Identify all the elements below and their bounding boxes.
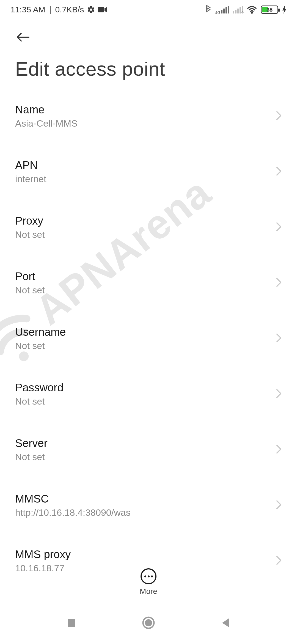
nav-home-button[interactable] <box>138 612 160 634</box>
setting-label: Port <box>15 270 268 283</box>
setting-row-server[interactable]: ServerNot set <box>15 422 282 477</box>
svg-point-1 <box>251 12 253 13</box>
camera-icon <box>98 6 107 13</box>
chevron-right-icon <box>276 111 282 122</box>
setting-label: MMS proxy <box>15 548 268 561</box>
setting-value: Not set <box>15 452 268 462</box>
page-title: Edit access point <box>15 58 282 80</box>
chevron-right-icon <box>276 222 282 233</box>
chevron-right-icon <box>276 277 282 288</box>
wifi-status-icon <box>247 6 257 14</box>
chevron-right-icon <box>276 555 282 566</box>
gear-icon <box>87 6 95 14</box>
setting-row-mms-proxy[interactable]: MMS proxy10.16.18.77 <box>15 533 282 575</box>
chevron-right-icon <box>276 444 282 455</box>
setting-row-name[interactable]: NameAsia-Cell-MMS <box>15 88 282 144</box>
setting-row-port[interactable]: PortNot set <box>15 255 282 311</box>
setting-label: Username <box>15 326 268 338</box>
setting-value: Not set <box>15 229 268 240</box>
setting-label: Password <box>15 381 268 394</box>
setting-row-username[interactable]: UsernameNot set <box>15 311 282 366</box>
nav-recent-button[interactable] <box>61 612 82 634</box>
nav-back-button[interactable] <box>215 612 237 634</box>
chevron-right-icon <box>276 500 282 511</box>
setting-label: Server <box>15 437 268 449</box>
setting-value: Asia-Cell-MMS <box>15 118 268 129</box>
setting-value: http://10.16.18.4:38090/was <box>15 507 268 518</box>
setting-value: Not set <box>15 396 268 407</box>
status-time: 11:35 AM <box>10 5 45 14</box>
status-bar: 11:35 AM | 0.7KB/s 4G ✕ 38 <box>0 0 297 19</box>
setting-row-mmsc[interactable]: MMSChttp://10.16.18.4:38090/was <box>15 477 282 533</box>
svg-point-4 <box>145 619 152 626</box>
settings-list: NameAsia-Cell-MMSAPNinternetProxyNot set… <box>0 88 297 575</box>
setting-label: MMSC <box>15 493 268 505</box>
more-label: More <box>140 587 157 596</box>
setting-row-apn[interactable]: APNinternet <box>15 144 282 200</box>
charging-bolt-icon <box>282 6 287 14</box>
svg-rect-2 <box>68 619 75 627</box>
status-data-rate: 0.7KB/s <box>55 5 84 14</box>
bluetooth-icon <box>205 5 211 14</box>
setting-row-proxy[interactable]: ProxyNot set <box>15 200 282 255</box>
setting-row-password[interactable]: PasswordNot set <box>15 366 282 422</box>
setting-value: internet <box>15 174 268 184</box>
signal-bars-sim2-icon: ✕ <box>233 6 243 13</box>
setting-label: Proxy <box>15 215 268 227</box>
chevron-right-icon <box>276 389 282 400</box>
status-separator: | <box>49 5 51 14</box>
battery-icon: 38 <box>261 6 278 14</box>
setting-value: 10.16.18.77 <box>15 563 268 574</box>
signal-bars-sim1-icon <box>219 6 229 13</box>
setting-label: APN <box>15 159 268 171</box>
setting-label: Name <box>15 103 268 116</box>
chevron-right-icon <box>276 333 282 344</box>
setting-value: Not set <box>15 340 268 351</box>
setting-value: Not set <box>15 285 268 296</box>
battery-percent: 38 <box>262 7 277 13</box>
chevron-right-icon <box>276 166 282 177</box>
svg-rect-0 <box>98 7 104 12</box>
back-button[interactable] <box>15 30 34 44</box>
system-nav-bar <box>0 601 297 644</box>
